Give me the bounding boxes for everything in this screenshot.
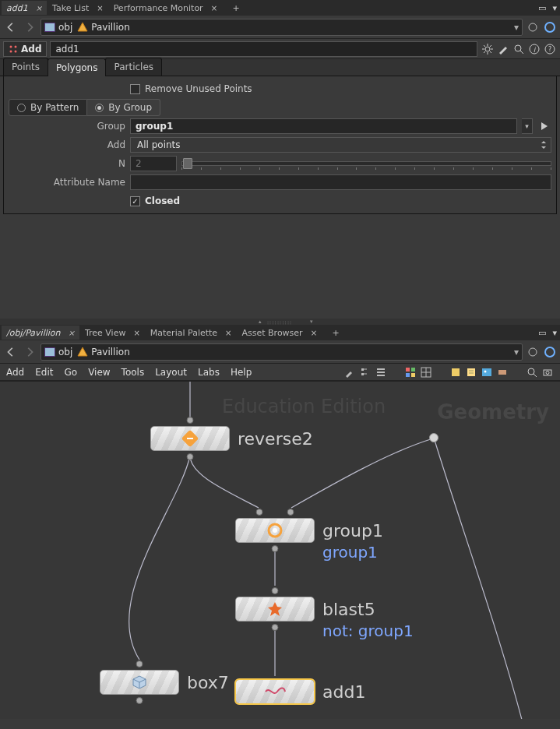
tool-palette-icon[interactable] (404, 366, 417, 379)
menu-help[interactable]: Help (231, 367, 252, 378)
camera-icon[interactable] (541, 366, 554, 379)
crumb-label: obj (58, 347, 72, 357)
tab-obj-pavillion[interactable]: /obj/Pavillion × (2, 326, 79, 340)
op-type-label: Add (21, 44, 41, 55)
help-icon[interactable]: ? (543, 42, 557, 56)
tool-list-icon[interactable] (375, 366, 387, 379)
input-connector[interactable] (187, 417, 194, 424)
add-op-icon (9, 44, 18, 54)
output-connector[interactable] (272, 624, 279, 631)
tab-label: /obj/Pavillion (6, 328, 61, 338)
pane-maximize-icon[interactable]: ▭ (538, 3, 546, 13)
menu-tools[interactable]: Tools (122, 367, 145, 378)
crumb-obj[interactable]: obj (44, 22, 72, 33)
node-box7[interactable]: box7 (100, 670, 179, 695)
input-connector[interactable] (136, 660, 143, 667)
group-jump-icon[interactable] (537, 121, 551, 132)
output-connector[interactable] (272, 545, 279, 552)
group-dropdown-icon[interactable]: ▾ (522, 118, 533, 134)
pin-icon[interactable] (526, 20, 540, 34)
input-connector-2[interactable] (287, 509, 294, 516)
nav-back-icon[interactable] (3, 344, 19, 360)
node-add1[interactable]: add1 (235, 679, 315, 704)
output-connector[interactable] (136, 697, 143, 704)
link-icon[interactable] (543, 20, 557, 34)
operator-type[interactable]: Add (3, 41, 47, 57)
menu-add[interactable]: Add (6, 367, 24, 378)
pane-maximize-icon[interactable]: ▭ (538, 328, 546, 338)
pane-splitter[interactable]: ▴ ∷∷∷∷∷ ▾ (0, 319, 560, 325)
closed-checkbox[interactable] (130, 196, 140, 206)
tool-note-icon[interactable] (465, 366, 477, 379)
tool-image-icon[interactable] (481, 366, 493, 379)
menu-go[interactable]: Go (64, 367, 77, 378)
tool-sticky-icon[interactable] (449, 366, 462, 379)
close-icon[interactable]: × (225, 329, 231, 337)
tab-add1[interactable]: add1 × (2, 1, 47, 15)
pin-icon[interactable] (526, 345, 540, 359)
path-input[interactable]: obj Pavillion ▾ (41, 343, 523, 361)
menu-layout[interactable]: Layout (155, 367, 187, 378)
close-icon[interactable]: × (36, 4, 42, 12)
tool-shelf-icon[interactable] (496, 366, 509, 379)
path-dropdown-icon[interactable]: ▾ (514, 22, 519, 33)
tool-wrench-icon[interactable] (343, 366, 356, 379)
tab-take-list[interactable]: Take List × (48, 1, 108, 15)
network-view[interactable]: Education Edition Geometry reverse2 (0, 381, 560, 719)
n-input[interactable]: 2 (130, 156, 177, 171)
radio-by-group[interactable]: By Group (87, 99, 160, 116)
tab-points[interactable]: Points (3, 58, 48, 76)
add-select[interactable]: All points (130, 137, 551, 153)
search-icon[interactable] (512, 42, 526, 56)
svg-point-28 (528, 368, 534, 375)
nav-forward-icon[interactable] (22, 19, 37, 35)
add-tab-button[interactable]: + (329, 326, 343, 340)
brush-icon[interactable] (496, 42, 510, 56)
crumb-pavillion[interactable]: Pavillion (77, 347, 129, 357)
gear-icon[interactable] (481, 42, 495, 56)
search-icon[interactable] (526, 366, 538, 379)
close-icon[interactable]: × (133, 329, 139, 337)
crumb-obj[interactable]: obj (44, 347, 72, 357)
node-label: box7 (187, 673, 229, 692)
tab-tree-view[interactable]: Tree View × (80, 326, 145, 340)
tool-tree-icon[interactable] (359, 366, 372, 379)
attr-input[interactable] (130, 174, 551, 190)
tab-particles[interactable]: Particles (105, 58, 162, 76)
radio-by-pattern[interactable]: By Pattern (9, 99, 87, 116)
close-icon[interactable]: × (97, 4, 103, 12)
pane-menu-icon[interactable]: ▾ (552, 3, 557, 13)
link-icon[interactable] (543, 345, 557, 359)
tab-performance-monitor[interactable]: Performance Monitor × (109, 1, 222, 15)
tool-grid-icon[interactable] (420, 366, 432, 379)
connector-dot[interactable] (429, 433, 438, 442)
node-group1[interactable]: group1 group1 (235, 518, 315, 543)
nav-forward-icon[interactable] (22, 344, 37, 360)
crumb-pavillion[interactable]: Pavillion (77, 22, 129, 33)
tab-asset-browser[interactable]: Asset Browser × (237, 326, 322, 340)
tab-polygons[interactable]: Polygons (48, 58, 106, 76)
input-connector[interactable] (255, 509, 262, 516)
path-input[interactable]: obj Pavillion ▾ (41, 19, 523, 36)
remove-unused-checkbox[interactable] (130, 84, 140, 94)
close-icon[interactable]: × (69, 329, 75, 337)
menu-edit[interactable]: Edit (35, 367, 53, 378)
n-slider[interactable] (181, 156, 551, 171)
output-connector[interactable] (187, 453, 194, 460)
node-reverse2[interactable]: reverse2 (150, 426, 230, 451)
close-icon[interactable]: × (211, 4, 217, 12)
group-input[interactable]: group1 (130, 118, 517, 134)
nav-back-icon[interactable] (3, 19, 19, 35)
pane-menu-icon[interactable]: ▾ (552, 328, 557, 338)
input-connector[interactable] (272, 587, 279, 594)
svg-point-26 (484, 370, 487, 372)
node-blast5[interactable]: blast5 not: group1 (235, 597, 315, 622)
tab-material-palette[interactable]: Material Palette × (146, 326, 237, 340)
menu-view[interactable]: View (88, 367, 110, 378)
info-icon[interactable]: i (527, 42, 541, 56)
close-icon[interactable]: × (311, 329, 317, 337)
menu-labs[interactable]: Labs (198, 367, 220, 378)
path-dropdown-icon[interactable]: ▾ (514, 347, 519, 357)
add-tab-button[interactable]: + (229, 1, 243, 15)
operator-name-input[interactable]: add1 (50, 41, 477, 57)
